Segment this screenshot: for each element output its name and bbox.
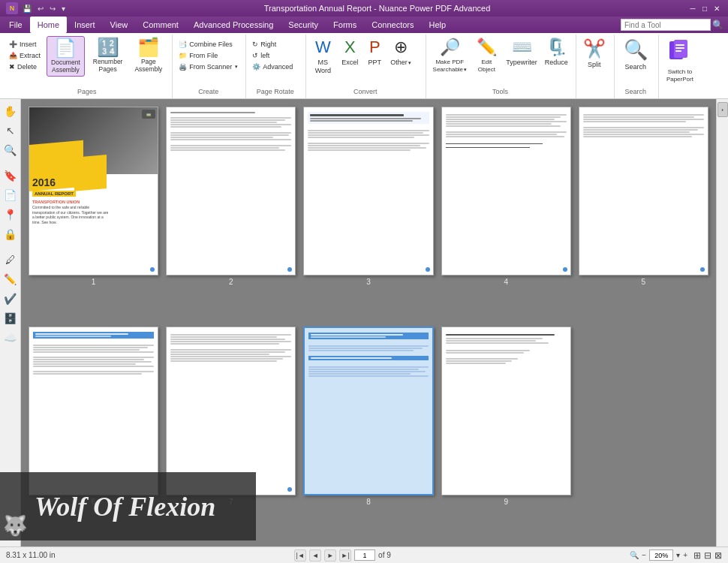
page-thumb-5[interactable]: 5 bbox=[579, 107, 708, 319]
layers-tool-icon[interactable]: 🗄️ bbox=[2, 309, 20, 327]
customize-quick-btn[interactable]: ▾ bbox=[60, 5, 67, 13]
menu-connectors[interactable]: Connectors bbox=[364, 17, 421, 33]
page-number-input[interactable] bbox=[354, 549, 375, 561]
split-button[interactable]: ✂️ Split bbox=[579, 36, 609, 71]
menu-insert[interactable]: Insert bbox=[67, 17, 103, 33]
extract-button[interactable]: 📤 Extract bbox=[6, 50, 44, 61]
svg-rect-4 bbox=[675, 50, 681, 52]
rotate-left-button[interactable]: ↺ left bbox=[249, 50, 296, 61]
next-page-btn[interactable]: ► bbox=[324, 549, 336, 561]
page-num-1: 1 bbox=[92, 278, 96, 286]
make-pdf-searchable-button[interactable]: 🔎 Make PDFSearchable▾ bbox=[429, 36, 470, 75]
maximize-button[interactable]: □ bbox=[699, 3, 710, 14]
page-assembly-button[interactable]: 🗂️ PageAssembly bbox=[131, 36, 166, 75]
page-thumb-8[interactable]: 8 bbox=[303, 327, 433, 539]
location-tool-icon[interactable]: 📍 bbox=[2, 206, 20, 224]
hand-tool-icon[interactable]: ✋ bbox=[2, 102, 20, 120]
switch-paperport-button[interactable]: Switch toPaperPort bbox=[662, 36, 698, 85]
document-assembly-icon: 📄 bbox=[54, 39, 77, 57]
menu-forms[interactable]: Forms bbox=[326, 17, 364, 33]
ppt-icon: P bbox=[369, 38, 381, 57]
ppt-button[interactable]: P PPT bbox=[363, 36, 386, 68]
search-button[interactable]: 🔍 Search bbox=[618, 36, 654, 73]
convert-content: W MSWord X Excel P PPT ⊕ Other▾ bbox=[309, 36, 421, 86]
close-button[interactable]: ✕ bbox=[711, 3, 722, 14]
menu-security[interactable]: Security bbox=[281, 17, 326, 33]
reduce-button[interactable]: 🗜️ Reduce bbox=[542, 36, 571, 68]
zoom-dropdown-btn[interactable]: ▾ bbox=[676, 551, 680, 559]
page-thumb-7[interactable]: 7 bbox=[166, 327, 296, 539]
page-thumb-2[interactable]: 2 bbox=[166, 107, 296, 319]
zoom-out-btn[interactable]: − bbox=[642, 551, 646, 559]
ribbon-group-page-rotate: ↻ Right ↺ left ⚙️ Advanced Page Rotate bbox=[246, 35, 306, 98]
menu-help[interactable]: Help bbox=[422, 17, 454, 33]
edit-object-button[interactable]: ✏️ EditObject bbox=[471, 36, 501, 75]
reduce-icon: 🗜️ bbox=[546, 38, 567, 57]
last-page-btn[interactable]: ►| bbox=[339, 549, 351, 561]
page-tool-icon[interactable]: 📄 bbox=[2, 186, 20, 204]
page-thumb-4[interactable]: 4 bbox=[441, 107, 571, 319]
fit-page-btn[interactable]: ⊞ bbox=[693, 550, 701, 561]
page-thumb-9[interactable]: 9 bbox=[441, 327, 571, 539]
ribbon-group-split: ✂️ Split bbox=[576, 35, 615, 98]
check-tool-icon[interactable]: ✔️ bbox=[2, 290, 20, 308]
from-file-button[interactable]: 📁 From File bbox=[176, 50, 241, 61]
word-icon: W bbox=[315, 38, 331, 57]
status-left: 8.31 x 11.00 in bbox=[6, 551, 56, 559]
rotate-right-button[interactable]: ↻ Right bbox=[249, 39, 296, 50]
pages-group-label: Pages bbox=[6, 86, 167, 97]
left-panel: ✋ ↖ 🔍 🔖 📄 📍 🔒 🖊 ✏️ ✔️ 🗄️ ☁️ bbox=[0, 99, 21, 546]
page-thumb-1[interactable]: 🚃 2016 ANNUAL REPORT TRANSPORTION UNION … bbox=[29, 107, 158, 319]
stamp-tool-icon[interactable]: 🖊 bbox=[2, 251, 20, 269]
page-num-7: 7 bbox=[229, 498, 233, 506]
menu-file[interactable]: File bbox=[2, 17, 30, 33]
ms-word-button[interactable]: W MSWord bbox=[309, 36, 336, 77]
typewriter-button[interactable]: ⌨️ Typewriter bbox=[503, 36, 540, 68]
page-preview-5 bbox=[579, 107, 708, 275]
minimize-button[interactable]: ─ bbox=[687, 3, 698, 14]
menu-search-box[interactable]: 🔍 bbox=[621, 17, 723, 33]
other-icon: ⊕ bbox=[394, 38, 408, 57]
zoom-in-btn[interactable]: + bbox=[683, 551, 687, 559]
page-thumb-3[interactable]: 3 bbox=[303, 107, 433, 319]
menu-comment[interactable]: Comment bbox=[135, 17, 186, 33]
pencil-tool-icon[interactable]: ✏️ bbox=[2, 270, 20, 288]
window-title: Transportation Annual Report - Nuance Po… bbox=[67, 4, 687, 13]
fit-width-btn[interactable]: ⊟ bbox=[704, 550, 711, 561]
renumber-pages-button[interactable]: 🔢 RenumberPages bbox=[89, 36, 127, 75]
excel-button[interactable]: X Excel bbox=[338, 36, 362, 68]
lock-tool-icon[interactable]: 🔒 bbox=[2, 225, 20, 243]
menu-home[interactable]: Home bbox=[30, 17, 67, 33]
page-thumb-6[interactable]: 6 bbox=[29, 327, 158, 539]
save-quick-btn[interactable]: 💾 bbox=[21, 5, 33, 13]
prev-page-btn[interactable]: ◄ bbox=[309, 549, 321, 561]
menu-view[interactable]: View bbox=[103, 17, 136, 33]
menu-advanced-processing[interactable]: Advanced Processing bbox=[186, 17, 281, 33]
rotate-col: ↻ Right ↺ left ⚙️ Advanced bbox=[249, 36, 296, 72]
delete-button[interactable]: ✖ Delete bbox=[6, 62, 44, 72]
advanced-rotate-button[interactable]: ⚙️ Advanced bbox=[249, 62, 296, 72]
page-preview-8 bbox=[303, 327, 433, 495]
tool-search-input[interactable] bbox=[621, 19, 711, 31]
redo-quick-btn[interactable]: ↪ bbox=[48, 5, 57, 13]
combine-files-button[interactable]: 📑 Combine Files bbox=[176, 39, 241, 50]
zoom-input[interactable] bbox=[649, 549, 673, 561]
cursor-tool-icon[interactable]: ↖ bbox=[2, 122, 20, 140]
cloud-tool-icon[interactable]: ☁️ bbox=[2, 329, 20, 347]
status-center: |◄ ◄ ► ►| of 9 bbox=[294, 549, 391, 561]
typewriter-icon: ⌨️ bbox=[512, 38, 532, 57]
document-assembly-button[interactable]: 📄 DocumentAssembly bbox=[47, 36, 85, 77]
insert-button[interactable]: ➕ Insert bbox=[6, 39, 44, 50]
split-group-label bbox=[579, 94, 609, 97]
zoom-tool-icon[interactable]: 🔍 bbox=[2, 141, 20, 159]
undo-quick-btn[interactable]: ↩ bbox=[36, 5, 45, 13]
page-dot-5 bbox=[700, 267, 705, 272]
title-bar-left: N 💾 ↩ ↪ ▾ bbox=[6, 2, 67, 14]
right-panel-collapse-btn[interactable]: › bbox=[717, 102, 728, 117]
page-num-2: 2 bbox=[229, 278, 233, 286]
bookmark-tool-icon[interactable]: 🔖 bbox=[2, 167, 20, 185]
first-page-btn[interactable]: |◄ bbox=[294, 549, 306, 561]
view-mode-btn[interactable]: ⊠ bbox=[714, 550, 722, 561]
from-scanner-button[interactable]: 🖨️ From Scanner ▾ bbox=[176, 62, 241, 72]
other-convert-button[interactable]: ⊕ Other▾ bbox=[387, 36, 414, 68]
